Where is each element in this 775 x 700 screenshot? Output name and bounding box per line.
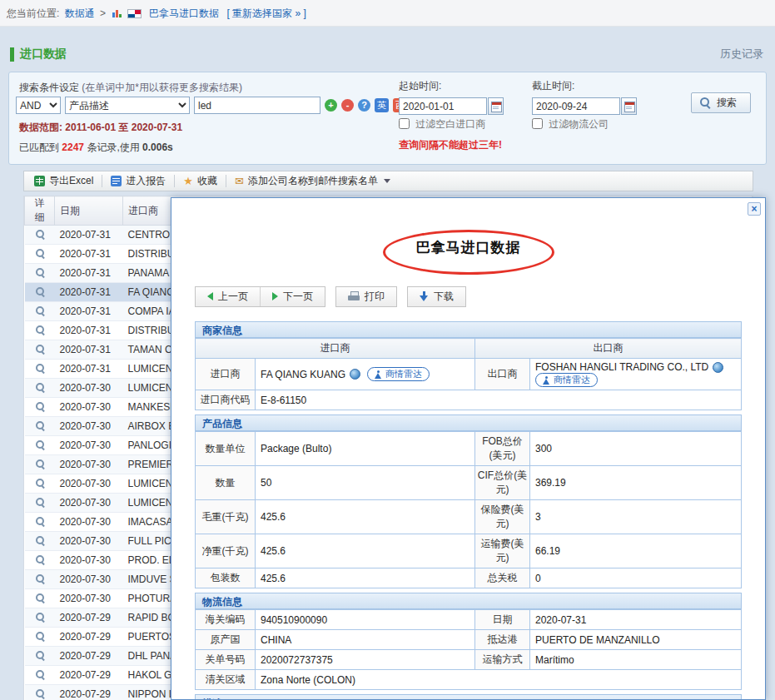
- bool-operator-select[interactable]: AND: [16, 97, 61, 114]
- date-range-warning: 查询间隔不能超过三年!: [399, 138, 502, 152]
- view-detail-icon[interactable]: [35, 669, 45, 679]
- view-detail-icon[interactable]: [35, 420, 45, 430]
- prev-page-label: 上一页: [218, 290, 248, 304]
- globe-icon[interactable]: [350, 369, 360, 380]
- detail-cell: [25, 302, 55, 321]
- view-detail-icon[interactable]: [35, 535, 45, 545]
- toolbar-divider: [226, 175, 226, 187]
- remove-condition-icon[interactable]: -: [341, 99, 354, 112]
- breadcrumb-site-link[interactable]: 数据通: [65, 7, 95, 19]
- view-detail-icon[interactable]: [35, 267, 45, 277]
- print-button[interactable]: 打印: [335, 286, 397, 307]
- row-date: 2020-07-31: [55, 340, 123, 360]
- view-detail-icon[interactable]: [35, 382, 45, 392]
- add-to-email-button[interactable]: 添加公司名称到邮件搜索名单: [228, 172, 397, 190]
- mail-icon: [235, 175, 244, 187]
- search-button-label: 搜索: [717, 96, 737, 110]
- view-detail-icon[interactable]: [35, 593, 45, 603]
- view-detail-icon[interactable]: [35, 478, 45, 488]
- view-detail-icon[interactable]: [35, 573, 45, 583]
- favorite-button[interactable]: 收藏: [176, 172, 224, 190]
- enter-report-label: 进入报告: [126, 174, 166, 188]
- filter-logistics-checkbox[interactable]: 过滤物流公司: [532, 117, 609, 132]
- view-detail-icon[interactable]: [35, 229, 45, 239]
- view-detail-icon[interactable]: [35, 516, 45, 526]
- merchant-info-table: 进口商 出口商 进口商 FA QIANG KUANG 商情雷达: [195, 338, 742, 410]
- detail-cell: [25, 608, 55, 628]
- view-detail-icon[interactable]: [35, 248, 45, 258]
- view-detail-icon[interactable]: [35, 325, 45, 335]
- exporter-name: FOSHAN HANGLI TRADING CO., LTD: [535, 361, 708, 373]
- end-date-input[interactable]: [532, 97, 620, 115]
- view-detail-icon[interactable]: [35, 688, 45, 698]
- row-date: 2020-07-30: [55, 551, 123, 570]
- calendar-icon[interactable]: [488, 97, 504, 115]
- view-detail-icon[interactable]: [35, 305, 45, 315]
- reselect-country-link[interactable]: [ 重新选择国家 » ]: [226, 7, 306, 19]
- importer-column-header: 进口商: [196, 339, 475, 359]
- matched-count: 2247: [62, 141, 84, 153]
- field-label: 运输费(美元): [475, 534, 530, 568]
- field-value: Marítimo: [530, 650, 742, 670]
- view-detail-icon[interactable]: [35, 554, 45, 564]
- row-date: 2020-07-30: [55, 494, 123, 513]
- results-toolbar: 导出Excel 进入报告 收藏 添加公司名称到邮件搜索名单: [23, 171, 753, 191]
- row-date: 2020-07-30: [55, 417, 123, 436]
- view-detail-icon[interactable]: [35, 650, 45, 660]
- detail-cell: [25, 570, 55, 589]
- view-detail-icon[interactable]: [35, 439, 45, 449]
- field-value: 425.6: [256, 568, 475, 588]
- search-criteria-label: 搜索条件设定: [19, 82, 79, 93]
- checkbox-logistics-company[interactable]: [532, 118, 543, 129]
- field-value: 369.19: [530, 466, 742, 500]
- row-date: 2020-07-31: [55, 283, 123, 302]
- breadcrumb-separator: >: [100, 7, 106, 19]
- view-detail-icon[interactable]: [35, 612, 45, 622]
- view-detail-icon[interactable]: [35, 286, 45, 296]
- view-detail-icon[interactable]: [35, 363, 45, 373]
- field-label: 数量: [196, 466, 256, 500]
- detail-cell: [25, 455, 55, 474]
- page-nav-group: 上一页 下一页: [195, 286, 325, 307]
- next-page-button[interactable]: 下一页: [260, 287, 325, 306]
- view-detail-icon[interactable]: [35, 497, 45, 507]
- help-icon[interactable]: ?: [358, 99, 370, 112]
- radar-button[interactable]: 商情雷达: [535, 373, 598, 387]
- keyword-input[interactable]: [194, 97, 320, 114]
- add-condition-icon[interactable]: +: [325, 99, 337, 112]
- calendar-icon[interactable]: [621, 97, 637, 115]
- row-date: 2020-07-30: [55, 379, 123, 398]
- view-detail-icon[interactable]: [35, 459, 45, 469]
- checkbox-blank-importer[interactable]: [399, 118, 410, 129]
- detail-cell: [25, 379, 55, 398]
- download-button[interactable]: 下载: [407, 286, 466, 307]
- enter-report-button[interactable]: 进入报告: [104, 172, 172, 190]
- radar-icon: [375, 370, 382, 379]
- view-detail-icon[interactable]: [35, 344, 45, 354]
- search-panel: 搜索条件设定 (在单词中加*用以获得更多搜索结果) AND 产品描述 + - ?…: [8, 72, 767, 165]
- end-date-label: 截止时间:: [532, 79, 637, 93]
- export-excel-button[interactable]: 导出Excel: [27, 172, 100, 190]
- modal-title: 巴拿马进口数据: [416, 240, 521, 256]
- report-icon: [111, 176, 122, 186]
- history-link[interactable]: 历史记录: [720, 47, 763, 62]
- clearance-row: 清关区域 Zona Norte (COLON): [196, 670, 742, 690]
- globe-icon[interactable]: [713, 362, 723, 373]
- lang-english-badge[interactable]: 英: [375, 98, 389, 112]
- detail-cell: [25, 245, 55, 264]
- prev-page-button[interactable]: 上一页: [196, 287, 260, 306]
- detail-cell: [25, 628, 55, 647]
- filter-blank-importer-checkbox[interactable]: 过滤空白进口商: [399, 117, 485, 132]
- search-button[interactable]: 搜索: [691, 92, 751, 113]
- radar-button[interactable]: 商情雷达: [367, 367, 430, 381]
- view-detail-icon[interactable]: [35, 401, 45, 411]
- field-label: 包装数: [196, 568, 256, 588]
- importer-code-row: 进口商代码 E-8-61150: [196, 390, 742, 410]
- search-field-select[interactable]: 产品描述: [65, 97, 190, 114]
- product-row: 毛重(千克) 425.6 保险费(美元) 3: [196, 500, 742, 534]
- clearance-value: Zona Norte (COLON): [256, 670, 742, 690]
- start-date-input[interactable]: [399, 97, 487, 115]
- close-icon[interactable]: ×: [748, 202, 761, 216]
- search-criteria-line: 搜索条件设定 (在单词中加*用以获得更多搜索结果): [19, 81, 242, 95]
- view-detail-icon[interactable]: [35, 631, 45, 641]
